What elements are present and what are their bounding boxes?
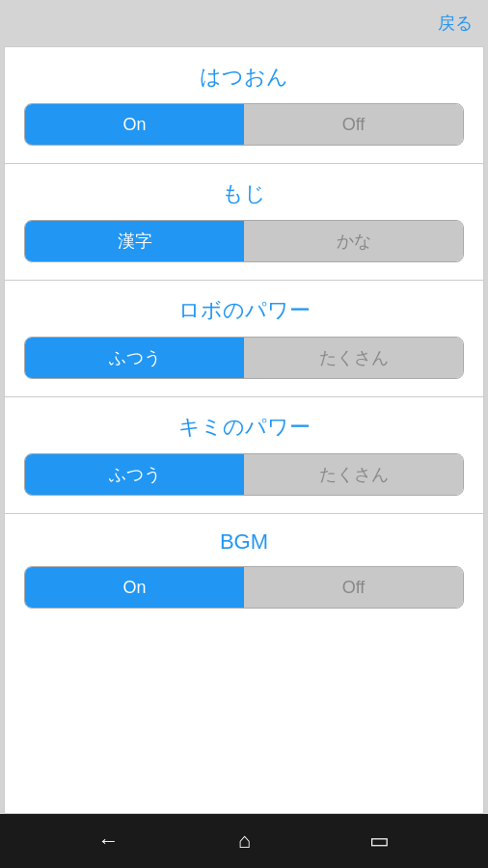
toggle-btn-text-0[interactable]: 漢字 bbox=[25, 221, 244, 261]
nav-bar: ← ⌂ ▭ bbox=[0, 814, 488, 868]
toggle-btn-text-1[interactable]: かな bbox=[244, 221, 463, 261]
toggle-btn-bgm-1[interactable]: Off bbox=[244, 567, 463, 608]
recent-nav-icon[interactable]: ▭ bbox=[369, 828, 390, 854]
toggle-btn-pronunciation-0[interactable]: On bbox=[25, 104, 244, 145]
setting-label-kimi-power: キミのパワー bbox=[178, 413, 311, 442]
toggle-group-kimi-power: ふつうたくさん bbox=[24, 453, 464, 496]
toggle-group-text: 漢字かな bbox=[24, 220, 464, 262]
top-bar: 戻る bbox=[0, 0, 488, 46]
toggle-group-robot-power: ふつうたくさん bbox=[24, 337, 464, 379]
setting-label-robot-power: ロボのパワー bbox=[178, 296, 311, 325]
setting-label-pronunciation: はつおん bbox=[200, 63, 288, 92]
settings-panel: はつおんOnOffもじ漢字かなロボのパワーふつうたくさんキミのパワーふつうたくさ… bbox=[4, 46, 484, 814]
back-nav-icon[interactable]: ← bbox=[98, 828, 120, 854]
toggle-btn-robot-power-0[interactable]: ふつう bbox=[25, 338, 244, 378]
toggle-btn-pronunciation-1[interactable]: Off bbox=[244, 104, 463, 145]
setting-row-kimi-power: キミのパワーふつうたくさん bbox=[5, 397, 483, 514]
setting-row-robot-power: ロボのパワーふつうたくさん bbox=[5, 281, 483, 397]
back-button[interactable]: 戻る bbox=[438, 12, 473, 35]
toggle-group-pronunciation: OnOff bbox=[24, 103, 464, 146]
toggle-btn-robot-power-1[interactable]: たくさん bbox=[244, 338, 463, 378]
setting-row-pronunciation: はつおんOnOff bbox=[5, 47, 483, 164]
setting-row-text: もじ漢字かな bbox=[5, 164, 483, 281]
toggle-btn-kimi-power-0[interactable]: ふつう bbox=[25, 454, 244, 495]
setting-label-text: もじ bbox=[222, 179, 266, 208]
toggle-group-bgm: OnOff bbox=[24, 566, 464, 609]
setting-row-bgm: BGMOnOff bbox=[5, 514, 483, 626]
home-nav-icon[interactable]: ⌂ bbox=[238, 828, 251, 854]
toggle-btn-bgm-0[interactable]: On bbox=[25, 567, 244, 608]
toggle-btn-kimi-power-1[interactable]: たくさん bbox=[244, 454, 463, 495]
setting-label-bgm: BGM bbox=[220, 529, 268, 555]
